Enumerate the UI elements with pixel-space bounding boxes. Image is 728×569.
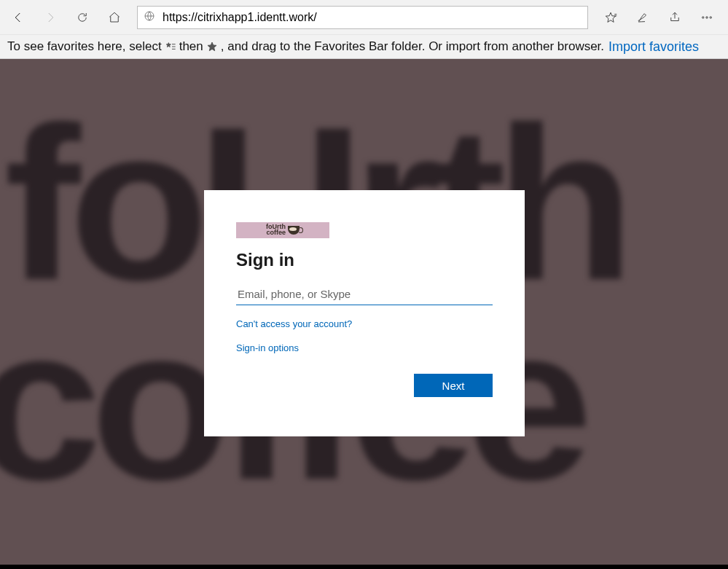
- forward-button[interactable]: [35, 3, 66, 32]
- toolbar-right-icons: [595, 3, 725, 32]
- company-logo: foUrth coffee: [236, 222, 329, 238]
- favorites-hint-text-2: then: [179, 39, 203, 54]
- address-bar[interactable]: [137, 6, 588, 29]
- globe-icon: [144, 10, 155, 25]
- favorites-hint-text-1: To see favorites here, select: [7, 39, 162, 54]
- bottom-strip: [0, 565, 728, 569]
- star-list-icon: [165, 41, 176, 52]
- next-button[interactable]: Next: [414, 374, 493, 397]
- browser-toolbar: [0, 0, 728, 35]
- coffee-cup-icon: [288, 226, 300, 235]
- signin-card: foUrth coffee Sign in Can't access your …: [204, 190, 525, 436]
- email-input[interactable]: [236, 283, 493, 305]
- notes-pen-icon[interactable]: [627, 3, 658, 32]
- refresh-button[interactable]: [67, 3, 98, 32]
- signin-heading: Sign in: [236, 250, 493, 270]
- favorites-hint-text-3: , and drag to the Favorites Bar folder. …: [221, 39, 604, 54]
- svg-point-1: [702, 16, 704, 17]
- signin-options-link[interactable]: Sign-in options: [236, 342, 493, 353]
- logo-text: foUrth coffee: [266, 224, 286, 235]
- svg-point-3: [710, 16, 711, 17]
- star-outline-icon: [206, 41, 218, 52]
- svg-point-2: [706, 16, 708, 17]
- page-content: foUrth coffee foUrth coffee Sign in Can'…: [0, 59, 728, 569]
- back-button[interactable]: [3, 3, 34, 32]
- more-menu-icon[interactable]: [692, 3, 722, 32]
- import-favorites-link[interactable]: Import favorites: [608, 39, 699, 55]
- favorites-star-icon[interactable]: [595, 3, 626, 32]
- url-input[interactable]: [163, 11, 582, 24]
- home-button[interactable]: [99, 3, 130, 32]
- address-bar-container: [137, 6, 588, 29]
- share-icon[interactable]: [659, 3, 690, 32]
- button-row: Next: [236, 374, 493, 397]
- favorites-hint-bar: To see favorites here, select then , and…: [0, 35, 728, 59]
- cant-access-link[interactable]: Can't access your account?: [236, 318, 493, 329]
